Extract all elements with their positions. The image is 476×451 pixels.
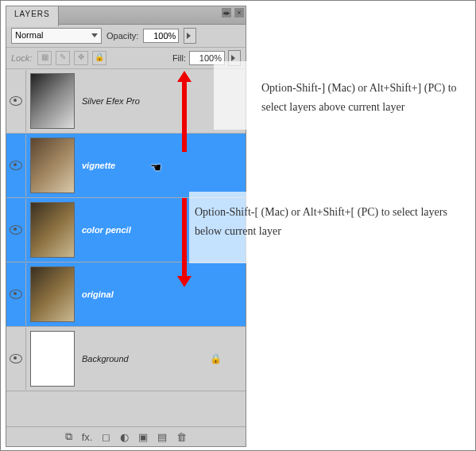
- link-layers-icon[interactable]: ⧉: [65, 430, 72, 443]
- layers-tab[interactable]: LAYERS: [6, 6, 59, 26]
- visibility-toggle[interactable]: [6, 328, 26, 390]
- lock-label: Lock:: [11, 53, 32, 63]
- layer-name[interactable]: color pencil: [82, 225, 131, 235]
- arrow-up-icon: [182, 80, 187, 152]
- layer-thumbnail[interactable]: [30, 73, 75, 129]
- layer-thumbnail[interactable]: [30, 202, 75, 258]
- panel-controls: ◂▸ ×: [222, 8, 244, 17]
- layer-row[interactable]: original: [6, 262, 246, 327]
- new-layer-icon[interactable]: ▤: [157, 431, 167, 443]
- visibility-toggle[interactable]: [6, 134, 26, 196]
- layer-name[interactable]: Silver Efex Pro: [82, 96, 140, 106]
- visibility-toggle[interactable]: [6, 199, 26, 261]
- panel-tabbar: LAYERS ◂▸ ×: [6, 6, 246, 25]
- fx-icon[interactable]: fx.: [82, 431, 93, 443]
- lock-row: Lock: ▦ ✎ ✥ 🔒 Fill: 100%: [6, 48, 246, 69]
- group-icon[interactable]: ▣: [138, 431, 148, 443]
- hand-cursor-icon: ☚: [150, 160, 161, 175]
- annotation-up: Option-Shift-] (Mac) or Alt+Shift+] (PC)…: [261, 79, 468, 117]
- overlay-fog: [214, 61, 261, 130]
- blend-row: Normal Opacity: 100%: [6, 25, 246, 48]
- blend-mode-select[interactable]: Normal: [11, 28, 102, 44]
- layer-name[interactable]: Background: [82, 354, 129, 364]
- fill-label: Fill:: [172, 53, 186, 63]
- frame: LAYERS ◂▸ × Normal Opacity: 100% Lock: ▦…: [0, 0, 476, 451]
- lock-transparent-icon[interactable]: ▦: [37, 51, 52, 65]
- visibility-toggle[interactable]: [6, 70, 26, 132]
- layer-row[interactable]: Background🔒: [6, 327, 246, 391]
- trash-icon[interactable]: 🗑: [176, 431, 187, 443]
- close-icon[interactable]: ×: [234, 8, 244, 17]
- collapse-icon[interactable]: ◂▸: [222, 8, 231, 17]
- panel-footer: ⧉ fx. ◻ ◐ ▣ ▤ 🗑: [6, 426, 246, 446]
- eye-icon: [10, 290, 22, 299]
- opacity-value[interactable]: 100%: [143, 29, 179, 43]
- eye-icon: [10, 161, 22, 170]
- layer-row[interactable]: Silver Efex Pro: [6, 69, 246, 134]
- lock-all-icon[interactable]: 🔒: [92, 51, 106, 65]
- layer-name[interactable]: vignette: [82, 161, 115, 170]
- eye-icon: [10, 354, 22, 364]
- layer-thumbnail[interactable]: [30, 266, 75, 322]
- adjustment-icon[interactable]: ◐: [120, 431, 129, 443]
- opacity-label: Opacity:: [106, 31, 138, 41]
- eye-icon: [10, 225, 22, 235]
- visibility-toggle[interactable]: [6, 263, 26, 325]
- layer-thumbnail[interactable]: [30, 331, 75, 387]
- layer-row[interactable]: vignette: [6, 134, 246, 198]
- annotation-down: Option-Shift-[ (Mac) or Alt+Shift+[ (PC)…: [195, 203, 465, 241]
- opacity-flyout-button[interactable]: [184, 28, 196, 44]
- layer-thumbnail[interactable]: [30, 138, 75, 193]
- lock-pixels-icon[interactable]: ✎: [56, 51, 70, 65]
- arrow-down-icon: [182, 198, 187, 278]
- lock-icon: 🔒: [210, 353, 222, 364]
- lock-icons: ▦ ✎ ✥ 🔒: [37, 51, 107, 65]
- lock-position-icon[interactable]: ✥: [74, 51, 88, 65]
- layer-name[interactable]: original: [82, 290, 114, 299]
- eye-icon: [10, 96, 22, 106]
- mask-icon[interactable]: ◻: [102, 431, 110, 443]
